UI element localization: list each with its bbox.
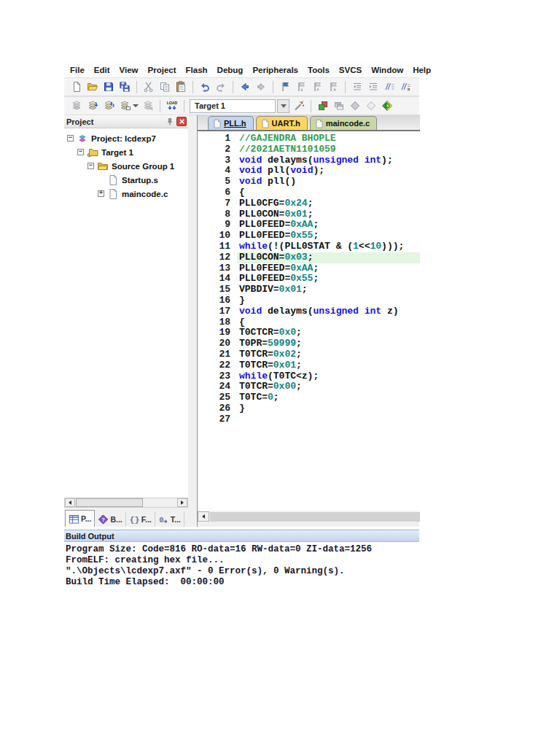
panel-tab-p[interactable]: P... [65, 510, 95, 527]
scrollbar-thumb[interactable] [76, 498, 143, 507]
menu-peripherals[interactable]: Peripherals [252, 66, 298, 74]
menu-edit[interactable]: Edit [94, 66, 110, 74]
scroll-right-icon[interactable] [177, 498, 187, 507]
project-horizontal-scrollbar[interactable] [64, 498, 188, 508]
pack-installer-icon[interactable] [380, 98, 394, 113]
stop-build-icon[interactable] [141, 98, 155, 113]
editor-tab-maincode-c[interactable]: maincode.c [310, 116, 378, 130]
menu-debug[interactable]: Debug [217, 66, 244, 74]
menu-svcs[interactable]: SVCS [339, 66, 362, 74]
scroll-left-icon[interactable] [65, 498, 75, 507]
close-icon[interactable] [176, 117, 187, 126]
line-number: 27 [198, 414, 237, 425]
expand-icon[interactable]: + [98, 190, 104, 197]
collapse-icon[interactable]: − [67, 135, 74, 142]
panel-tab-t[interactable]: 0T... [155, 511, 184, 527]
tree-item-label: Source Group 1 [112, 162, 174, 171]
tree-item-source-group-1[interactable]: −Source Group 1 [64, 159, 188, 173]
code-line: 19T0CTCR=0x0; [198, 328, 420, 338]
rebuild-icon[interactable] [101, 98, 116, 113]
menu-project[interactable]: Project [148, 66, 176, 74]
code-text: T0TCR=0x01; [237, 360, 420, 371]
code-text: T0PR=59999; [237, 338, 420, 349]
flash-diamond-icon[interactable] [348, 98, 362, 113]
tree-item-project-lcdexp7[interactable]: −Project: lcdexp7 [64, 131, 188, 145]
tree-item-maincode-c[interactable]: +maincode.c [64, 187, 188, 201]
editor-tab-uart-h[interactable]: UART.h [256, 116, 308, 130]
code-text [237, 414, 420, 425]
toolbar-separator [273, 81, 273, 93]
menu-help[interactable]: Help [413, 66, 431, 74]
batch-build-dropdown-icon[interactable] [133, 104, 139, 107]
line-number: 25 [198, 392, 237, 403]
toolbar-separator [136, 81, 137, 93]
code-editor[interactable]: 1//GAJENDRA BHOPLE2//2021AETN11010593voi… [198, 131, 420, 511]
panel-tab-b[interactable]: ?B... [95, 511, 125, 527]
undo-icon[interactable] [198, 80, 212, 94]
build-toolbar: LOADTarget 1 [64, 96, 419, 115]
code-text: void delayms(unsigned int z) [237, 306, 420, 317]
batch-build-icon[interactable] [117, 98, 132, 113]
line-number: 4 [198, 166, 237, 177]
build-icon[interactable] [85, 98, 100, 113]
open-folder-icon[interactable] [85, 80, 100, 94]
uncomment-icon[interactable] [398, 80, 413, 94]
line-number: 9 [198, 220, 237, 231]
copy-icon[interactable] [158, 80, 172, 94]
indent-decrease-icon[interactable] [350, 80, 365, 94]
save-icon[interactable] [101, 80, 116, 94]
menu-tools[interactable]: Tools [308, 66, 330, 74]
target-selector[interactable]: Target 1 [190, 99, 276, 113]
cut-icon[interactable] [141, 80, 156, 94]
bookmark-prev-icon[interactable] [310, 80, 324, 94]
download-load-icon[interactable]: LOAD [165, 98, 179, 113]
menu-file[interactable]: File [70, 66, 85, 74]
code-line: 20T0PR=59999; [198, 338, 420, 349]
rte-cube-icon[interactable] [316, 98, 330, 113]
save-all-icon[interactable] [117, 80, 132, 94]
editor-horizontal-scrollbar[interactable] [198, 511, 420, 522]
menu-window[interactable]: Window [371, 66, 403, 74]
code-text: //2021AETN1101059 [237, 144, 420, 155]
build-output-log: Program Size: Code=816 RO-data=16 RW-dat… [64, 543, 560, 596]
translate-icon[interactable] [69, 98, 84, 113]
pin-icon[interactable] [165, 117, 175, 126]
collapse-icon[interactable]: − [88, 163, 94, 169]
toolbar-separator [192, 81, 193, 93]
toolbar-separator [184, 100, 184, 112]
scrollbar-track[interactable] [210, 512, 420, 522]
code-line: 17void delayms(unsigned int z) [198, 306, 420, 317]
collapse-icon[interactable]: − [77, 149, 84, 155]
menu-flash[interactable]: Flash [186, 66, 208, 74]
tree-item-startup-s[interactable]: Startup.s [64, 173, 188, 187]
indent-increase-icon[interactable] [366, 80, 381, 94]
navigate-back-icon[interactable] [238, 80, 252, 94]
bookmark-icon[interactable] [278, 80, 292, 94]
new-file-icon[interactable] [69, 80, 84, 94]
panel-tab-f[interactable]: {}F... [126, 511, 155, 527]
editor-tab-label: PLL.h [224, 119, 246, 128]
scrollbar-track[interactable] [143, 498, 177, 507]
tree-item-target-1[interactable]: −Target 1 [64, 145, 188, 159]
target-selector-dropdown-icon[interactable] [277, 99, 289, 113]
menu-view[interactable]: View [120, 66, 139, 74]
editor-tab-label: maincode.c [326, 119, 370, 128]
redo-icon[interactable] [214, 80, 228, 94]
line-number: 15 [198, 285, 237, 295]
code-line: 18{ [198, 317, 420, 328]
debug-diamond-icon[interactable] [364, 98, 378, 113]
panel-splitter[interactable] [188, 115, 197, 527]
group-folder-icon [97, 160, 109, 172]
bookmark-clear-icon[interactable] [326, 80, 341, 94]
navigate-forward-icon[interactable] [254, 80, 268, 94]
options-wand-icon[interactable] [292, 98, 306, 113]
code-text: PLL0CON=0x01; [237, 209, 420, 220]
scroll-left-icon[interactable] [198, 511, 209, 522]
panel-tab-label: F... [141, 515, 152, 524]
line-number: 8 [198, 209, 237, 220]
editor-tab-pll-h[interactable]: PLL.h [208, 116, 254, 130]
manage-items-icon[interactable] [332, 98, 346, 113]
comment-icon[interactable] [382, 80, 397, 94]
paste-icon[interactable] [174, 80, 188, 94]
bookmark-next-icon[interactable] [294, 80, 308, 94]
